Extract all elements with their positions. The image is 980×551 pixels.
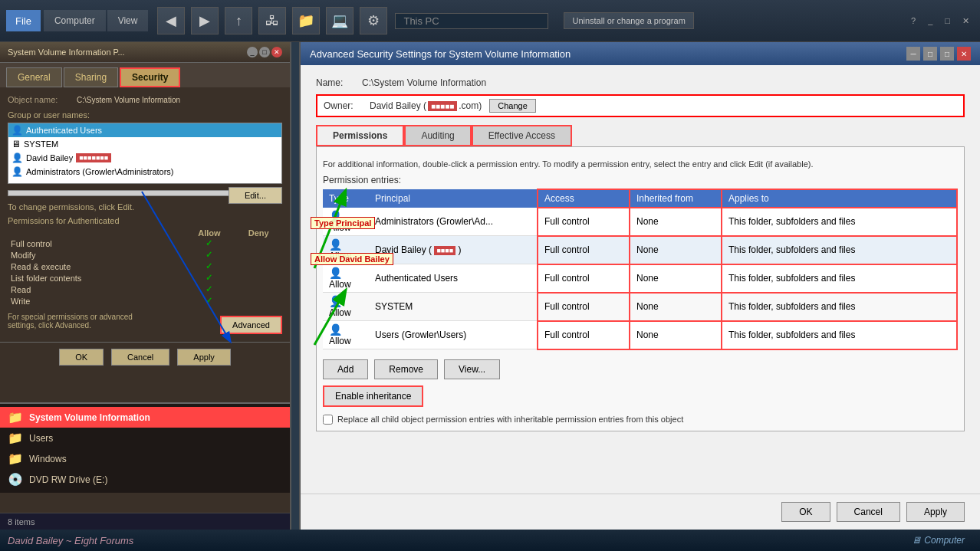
folder-icon-windows: 📁 <box>8 451 23 466</box>
user-item-authenticated[interactable]: 👤 Authenticated Users <box>8 123 281 137</box>
advanced-button[interactable]: Advanced <box>220 316 282 334</box>
file-name-windows: Windows <box>29 454 67 464</box>
minimize-icon[interactable]: _ <box>923 15 937 28</box>
tab-general[interactable]: General <box>6 67 62 87</box>
replace-checkbox[interactable] <box>323 415 333 425</box>
file-menu-button[interactable]: File <box>6 10 41 31</box>
file-list: 📁 System Volume Information 📁 Users 📁 Wi… <box>0 402 290 493</box>
file-item-dvd[interactable]: 💿 DVD RW Drive (E:) <box>0 469 290 490</box>
help-icon[interactable]: ? <box>906 15 920 28</box>
user-name: Authenticated Users <box>26 126 102 135</box>
dialog-controls: _ □ ✕ <box>247 47 282 57</box>
right-security-dialog: Advanced Security Settings for System Vo… <box>301 42 980 530</box>
close-button[interactable]: ✕ <box>271 47 282 57</box>
change-owner-button[interactable]: Change <box>489 99 536 113</box>
allow-header: Allow <box>183 228 235 238</box>
admin-name: Administrators (Growler\Administrators) <box>26 167 174 176</box>
perm-entry-5[interactable]: 👤Allow Users (Growler\Users) Full contro… <box>323 321 957 349</box>
perm-entry-3[interactable]: 👤Allow Authenticated Users Full control … <box>323 264 957 293</box>
user-item-david[interactable]: 👤 David Bailey ■■■■■■■ <box>8 151 281 165</box>
permissions-table: Type Principal Access Inherited from App… <box>323 189 958 350</box>
redacted-badge: ■■■■■■■ <box>76 153 111 162</box>
adv-close-btn[interactable]: ✕ <box>957 47 971 61</box>
type-5: 👤Allow <box>323 321 369 349</box>
owner-domain: .com) <box>459 100 482 111</box>
adv-maximize-btn[interactable]: □ <box>923 47 937 61</box>
tab-auditing[interactable]: Auditing <box>404 125 471 146</box>
add-button[interactable]: Add <box>323 359 368 379</box>
cancel-button[interactable]: Cancel <box>111 349 169 366</box>
adv-dialog-controls: ─ □ □ ✕ <box>906 47 971 61</box>
david-name: David Bailey <box>26 153 73 162</box>
tab-security[interactable]: Security <box>120 67 180 87</box>
ok-button[interactable]: OK <box>59 349 104 366</box>
file-item-sysvolinfo[interactable]: 📁 System Volume Information <box>0 407 290 428</box>
access-1: Full control <box>538 208 630 236</box>
control-panel-icon[interactable]: ⚙ <box>360 7 387 34</box>
adv-cancel-button[interactable]: Cancel <box>837 502 900 522</box>
perm-entry-2[interactable]: 👤Allow David Bailey ( ■■■■ ) Full contro… <box>323 236 957 264</box>
file-item-users[interactable]: 📁 Users <box>0 428 290 448</box>
perm-entry-1[interactable]: 👤Allow Administrators (Growler\Ad... Ful… <box>323 208 957 236</box>
type-3: 👤Allow <box>323 264 369 293</box>
nav-up-icon[interactable]: ↑ <box>225 7 252 34</box>
user-icon-2: 👤 <box>329 238 342 251</box>
user-item-admin[interactable]: 👤 Administrators (Growler\Administrators… <box>8 165 281 179</box>
user-item-system[interactable]: 🖥 SYSTEM <box>8 137 281 151</box>
object-name-row: Object name: C:\System Volume Informatio… <box>8 95 282 104</box>
edit-button[interactable]: Edit... <box>229 187 282 204</box>
admin-icon: 👤 <box>12 166 23 177</box>
maximize-button[interactable]: □ <box>259 47 270 57</box>
perm-entry-4[interactable]: 👤Allow SYSTEM Full control None This fol… <box>323 293 957 321</box>
adv-ok-button[interactable]: OK <box>781 502 830 522</box>
enable-inheritance-button[interactable]: Enable inheritance <box>323 385 423 407</box>
view-tab[interactable]: View <box>107 10 149 31</box>
apply-button[interactable]: Apply <box>177 349 231 366</box>
applies-3: This folder, subfolders and files <box>722 264 957 293</box>
access-5: Full control <box>538 321 630 349</box>
users-list[interactable]: 👤 Authenticated Users 🖥 SYSTEM 👤 David B… <box>8 123 282 184</box>
uninstall-button[interactable]: Uninstall or change a program <box>564 12 693 29</box>
view-button[interactable]: View... <box>444 359 500 379</box>
file-item-windows[interactable]: 📁 Windows <box>0 448 290 469</box>
col-applies: Applies to <box>722 189 957 208</box>
tab-effective-access[interactable]: Effective Access <box>472 125 572 146</box>
dvd-icon: 💿 <box>8 472 23 487</box>
system-name: SYSTEM <box>24 139 58 149</box>
panel-separator <box>290 42 301 530</box>
principal-3: Authenticated Users <box>369 264 538 293</box>
owner-redacted: ■■■■■ <box>428 101 457 111</box>
minimize-button[interactable]: _ <box>247 47 258 57</box>
perm-row-listfolder: List folder contents ✓ <box>8 272 282 284</box>
adv-dialog-titlebar: Advanced Security Settings for System Vo… <box>301 42 980 65</box>
col-type: Type <box>323 189 369 208</box>
inherited-2: None <box>630 236 722 264</box>
nav-back-icon[interactable]: ◀ <box>157 7 185 34</box>
adv-restore-btn[interactable]: □ <box>940 47 954 61</box>
group-label: Group or user names: <box>8 110 282 120</box>
name-value: C:\System Volume Information <box>362 77 486 88</box>
applies-4: This folder, subfolders and files <box>722 293 957 321</box>
user-icon-3: 👤 <box>329 267 342 279</box>
nav-forward-icon[interactable]: ▶ <box>191 7 219 34</box>
access-4: Full control <box>538 293 630 321</box>
tab-sharing[interactable]: Sharing <box>64 67 118 87</box>
applies-2: This folder, subfolders and files <box>722 236 957 264</box>
remove-button[interactable]: Remove <box>374 359 438 379</box>
folder-icon[interactable]: 📁 <box>292 7 320 34</box>
restore-icon[interactable]: □ <box>940 15 955 28</box>
address-bar[interactable]: This PC <box>395 13 548 29</box>
close-icon[interactable]: ✕ <box>958 15 974 28</box>
annotation-type-principal: Type Principal <box>311 217 375 229</box>
computer-icon[interactable]: 💻 <box>326 7 354 34</box>
left-properties-dialog: System Volume Information P... _ □ ✕ Gen… <box>0 42 291 530</box>
adv-apply-button[interactable]: Apply <box>906 502 965 522</box>
computer-tab[interactable]: Computer <box>44 10 106 31</box>
network-icon[interactable]: 🖧 <box>258 7 286 34</box>
adv-hint: For additional information, double-click… <box>323 159 958 172</box>
col-access: Access <box>538 189 630 208</box>
adv-tabs: Permissions Auditing Effective Access <box>316 125 965 146</box>
access-2: Full control <box>538 236 630 264</box>
tab-permissions[interactable]: Permissions <box>316 125 404 146</box>
adv-minimize-btn[interactable]: ─ <box>906 47 920 61</box>
